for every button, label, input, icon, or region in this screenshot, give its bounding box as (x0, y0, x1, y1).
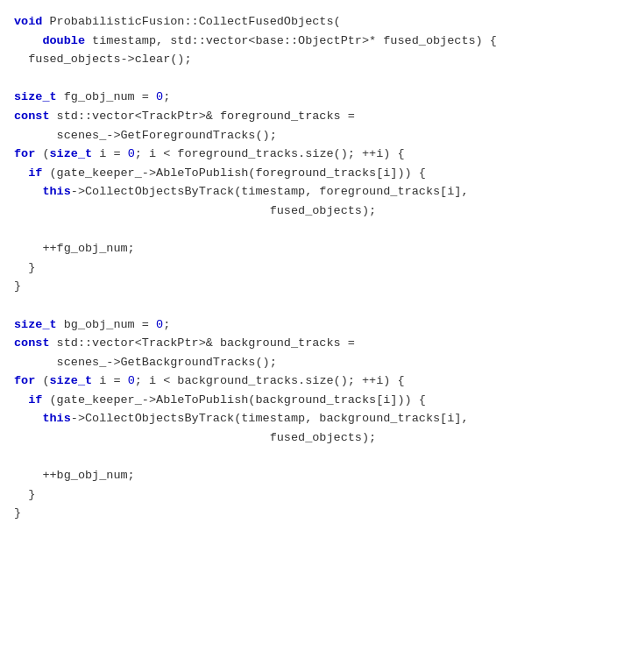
code-line: ++fg_obj_num; (14, 239, 603, 258)
token-kw: double (42, 34, 85, 47)
token-plain: (gate_keeper_->AbleToPublish(foreground_… (42, 166, 425, 180)
code-line: scenes_->GetBackgroundTracks(); (14, 353, 603, 372)
code-line: } (14, 277, 603, 296)
code-line: void ProbabilisticFusion::CollectFusedOb… (14, 12, 603, 32)
token-plain (14, 412, 42, 425)
token-plain: i = (92, 374, 128, 387)
token-num: 0 (128, 147, 135, 160)
code-line (14, 448, 603, 467)
token-plain: ; (163, 90, 170, 103)
code-line: if (gate_keeper_->AbleToPublish(backgrou… (14, 391, 603, 410)
code-line (14, 69, 603, 88)
token-plain: ; i < foreground_tracks.size(); ++i) { (135, 147, 405, 160)
token-plain: } (14, 506, 21, 520)
token-plain: std::vector<TrackPtr>& foreground_tracks… (50, 110, 355, 123)
token-plain: ->CollectObjectsByTrack(timestamp, foreg… (71, 185, 469, 198)
code-line: const std::vector<TrackPtr>& background_… (14, 334, 603, 353)
code-line: this->CollectObjectsByTrack(timestamp, f… (14, 182, 603, 202)
code-line (14, 221, 603, 240)
token-plain: ++fg_obj_num; (14, 242, 135, 255)
token-type: size_t (50, 374, 93, 387)
token-plain: ; i < background_tracks.size(); ++i) { (135, 374, 405, 387)
token-plain: ProbabilisticFusion::CollectFusedObjects… (42, 15, 340, 28)
code-container: void ProbabilisticFusion::CollectFusedOb… (0, 0, 617, 672)
token-plain (14, 166, 28, 180)
token-plain: std::vector<TrackPtr>& background_tracks… (50, 336, 355, 350)
token-plain: i = (92, 147, 128, 160)
code-line: if (gate_keeper_->AbleToPublish(foregrou… (14, 164, 603, 183)
token-plain: fused_objects); (14, 204, 376, 217)
token-plain: scenes_->GetBackgroundTracks(); (14, 356, 277, 369)
code-line: for (size_t i = 0; i < foreground_tracks… (14, 145, 603, 164)
code-line: fused_objects); (14, 202, 603, 221)
token-num: 0 (128, 374, 135, 387)
token-plain: fg_obj_num = (57, 90, 156, 103)
token-plain: fused_objects->clear(); (14, 53, 192, 66)
token-type: size_t (14, 318, 57, 331)
token-plain: ++bg_obj_num; (14, 469, 135, 482)
token-plain: (gate_keeper_->AbleToPublish(background_… (42, 393, 425, 407)
code-line: } (14, 485, 603, 505)
token-plain: ; (163, 318, 170, 331)
token-kw: const (14, 336, 50, 350)
code-line: size_t bg_obj_num = 0; (14, 315, 603, 335)
token-plain: } (14, 488, 35, 501)
token-kw: for (14, 147, 35, 160)
token-num: 0 (156, 318, 163, 331)
code-line: fused_objects->clear(); (14, 50, 603, 69)
token-plain (14, 34, 42, 47)
code-line: fused_objects); (14, 428, 603, 448)
token-type: size_t (14, 90, 57, 103)
token-plain: ( (35, 147, 49, 160)
token-kw: this (42, 185, 70, 198)
code-block: void ProbabilisticFusion::CollectFusedOb… (14, 12, 603, 523)
token-plain: fused_objects); (14, 431, 376, 444)
code-line: for (size_t i = 0; i < background_tracks… (14, 371, 603, 391)
token-plain (14, 393, 28, 407)
token-kw: if (28, 393, 42, 407)
code-line (14, 296, 603, 315)
code-line: size_t fg_obj_num = 0; (14, 88, 603, 107)
token-plain (14, 185, 42, 198)
code-line: double timestamp, std::vector<base::Obje… (14, 32, 603, 51)
token-kw: void (14, 15, 42, 28)
token-plain: bg_obj_num = (57, 318, 156, 331)
token-plain: } (14, 279, 21, 293)
token-kw: for (14, 374, 35, 387)
token-plain: timestamp, std::vector<base::ObjectPtr>*… (85, 34, 497, 47)
token-kw: const (14, 110, 50, 123)
token-type: size_t (50, 147, 93, 160)
code-line: } (14, 504, 603, 523)
token-plain: ->CollectObjectsByTrack(timestamp, backg… (71, 412, 469, 425)
code-line: const std::vector<TrackPtr>& foreground_… (14, 107, 603, 126)
code-line: ++bg_obj_num; (14, 466, 603, 485)
token-kw: this (42, 412, 70, 425)
token-kw: if (28, 166, 42, 180)
token-num: 0 (156, 90, 163, 103)
code-line: } (14, 258, 603, 278)
token-plain: ( (35, 374, 49, 387)
code-line: this->CollectObjectsByTrack(timestamp, b… (14, 409, 603, 428)
code-line: scenes_->GetForegroundTracks(); (14, 126, 603, 145)
token-plain: } (14, 261, 35, 274)
token-plain: scenes_->GetForegroundTracks(); (14, 129, 277, 142)
